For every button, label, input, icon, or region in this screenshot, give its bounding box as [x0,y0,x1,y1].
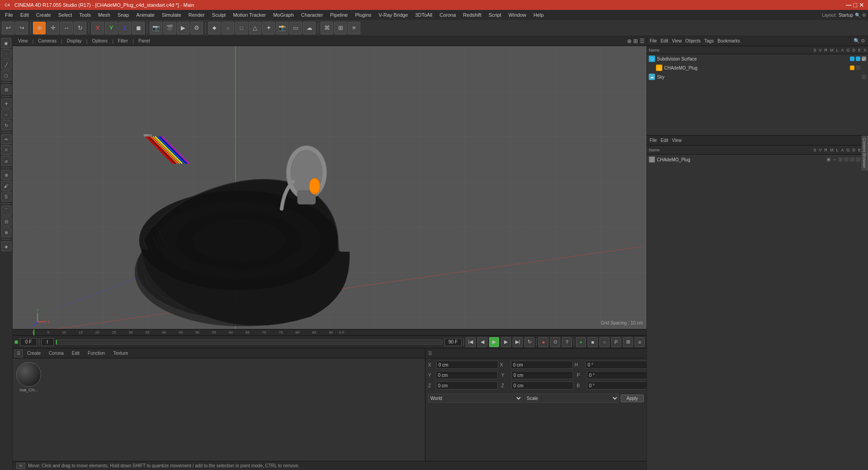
brush-tool[interactable]: 🖌 [1,181,11,191]
mat-icon-5[interactable] [850,157,854,162]
cube-btn[interactable]: □ [235,22,248,34]
mat-edit-menu[interactable]: Edit [660,138,668,143]
rotate-btn[interactable]: ↻ [74,22,86,34]
obj-row-chademo[interactable]: △ CHAdeMO_Plug [647,63,868,72]
knife-tool[interactable]: ⌗ [1,145,11,155]
coord-z-input[interactable] [436,381,498,390]
coord-x2-input[interactable] [511,361,573,369]
prev-frame-btn[interactable]: ◀ [477,337,487,347]
current-frame-input[interactable] [20,338,37,346]
right-edge-tab[interactable]: Content Browser [862,136,868,170]
mat-row-chademo[interactable]: CHAdeMO_Plug ◼ ≡ ↑ [647,155,868,164]
obj-row-subdivision[interactable]: ⬡ Subdivision Surface ✓ [647,54,868,63]
menu-pipeline[interactable]: Pipeline [327,11,351,19]
live-select-btn[interactable]: ⊕ [33,22,46,34]
menu-mograph[interactable]: MoGraph [270,11,297,19]
mat-icon-1[interactable]: ◼ [826,157,831,162]
magnet-tool[interactable]: ⊗ [1,170,11,180]
end-frame-input[interactable] [444,338,462,346]
loop-btn[interactable]: ↻ [524,337,534,347]
render-active-btn[interactable]: ▶ [177,22,189,34]
obj-chademo-dot[interactable] [850,66,854,70]
deformer-btn[interactable]: ⌘ [321,22,333,34]
vp-tab-filter[interactable]: Filter [114,38,132,44]
array-btn[interactable]: ≡ [348,22,360,34]
menu-plugins[interactable]: Plugins [352,11,374,19]
obj-gear-icon[interactable]: ⚙ [861,38,865,44]
iron-tool[interactable]: ⊟ [1,216,11,226]
vp-tab-view[interactable]: View [14,38,32,44]
obj-axis-btn[interactable]: X [91,22,104,34]
floor-btn[interactable]: ▭ [289,22,302,34]
menu-redshift[interactable]: Redshift [460,11,484,19]
light-btn[interactable]: ✦ [262,22,275,34]
bridge-tool[interactable]: ⌀ [1,156,11,166]
obj-row-sky[interactable]: ☁ Sky [647,72,868,81]
obj-tags-menu[interactable]: Tags [704,38,714,43]
edge-mode-tool[interactable]: ╱ [1,60,11,70]
mat-icon-6[interactable] [856,157,860,162]
mat-file-menu[interactable]: File [650,138,657,143]
render-preview-btn[interactable]: 🎬 [163,22,176,34]
menu-help[interactable]: Help [530,11,547,19]
menu-3dtoall[interactable]: 3DToAll [412,11,435,19]
sphere-btn[interactable]: ○ [222,22,234,34]
minimize-btn[interactable]: ─ [846,0,852,10]
obj-dot-v[interactable] [856,56,860,61]
obj-search-icon[interactable]: 🔍 [854,38,860,44]
vp-tab-panel[interactable]: Panel [135,38,154,44]
menu-select[interactable]: Select [55,11,75,19]
vp-icon-move[interactable]: ⊕ [627,38,632,44]
vp-icon-settings[interactable]: ☰ [640,38,645,44]
frame-field[interactable] [41,338,54,346]
preview-play-btn[interactable]: ⊞ [623,337,633,347]
mat-icon-3[interactable]: ↑ [838,157,843,162]
goto-end-btn[interactable]: ▶| [513,337,523,347]
obj-sky-dot[interactable] [856,75,860,79]
coord-b-input[interactable] [587,381,649,390]
menu-animate[interactable]: Animate [133,11,158,19]
tab-edit[interactable]: Edit [68,350,83,357]
tab-create[interactable]: Create [24,350,44,357]
menu-tools[interactable]: Tools [76,11,94,19]
timeline-scrubber[interactable] [56,339,443,345]
mat-icon-4[interactable] [844,157,849,162]
obj-view-menu[interactable]: View [672,38,682,43]
scale-select[interactable]: Scale [524,394,619,403]
scale-tool[interactable]: ↔ [1,109,11,119]
menu-edit[interactable]: Edit [17,11,32,19]
mat-dot-1[interactable] [821,157,825,162]
key-settings-btn[interactable]: ■ [588,337,598,347]
add-key-btn[interactable]: + [576,337,586,347]
vp-tab-options[interactable]: Options [88,38,111,44]
obj-edit-menu[interactable]: Edit [660,38,668,43]
menu-motion-tracker[interactable]: Motion Tracker [230,11,269,19]
menu-file[interactable]: File [2,11,16,19]
preview-settings-btn[interactable]: P [611,337,621,347]
undo-btn[interactable]: ↩ [2,22,14,34]
menu-vray[interactable]: V-Ray Bridge [376,11,411,19]
apply-button[interactable]: Apply [621,395,644,402]
scale-btn[interactable]: ↔ [60,22,73,34]
viewport-canvas[interactable]: Perspective [13,46,646,329]
vp-icon-maximize[interactable]: ⊞ [633,38,638,44]
vp-tab-cameras[interactable]: Cameras [34,38,60,44]
menu-mesh[interactable]: Mesh [95,11,113,19]
menu-simulate[interactable]: Simulate [159,11,184,19]
obj-sky-dot2[interactable] [862,75,866,79]
obj-chademo-dot2[interactable] [856,66,860,70]
obj-file-menu[interactable]: File [650,38,657,43]
mat-thumb-container[interactable]: mat_CH... [16,362,41,392]
move-tool[interactable]: ✛ [1,99,11,108]
layout-gear-icon[interactable]: ⚙ [862,13,866,18]
tab-corona[interactable]: Corona [45,350,67,357]
record-btn[interactable]: ● [538,337,548,347]
coord-y2-input[interactable] [511,371,573,379]
vp-tab-display[interactable]: Display [63,38,85,44]
rotate-tool[interactable]: ↻ [1,120,11,130]
layout-search-icon[interactable]: 🔍 [855,13,860,18]
move-btn[interactable]: ✛ [47,22,59,34]
coords-menu-icon[interactable]: ☰ [428,351,432,356]
object-mode-tool[interactable]: ◉ [1,38,11,48]
goto-start-btn[interactable]: |◀ [466,337,476,347]
